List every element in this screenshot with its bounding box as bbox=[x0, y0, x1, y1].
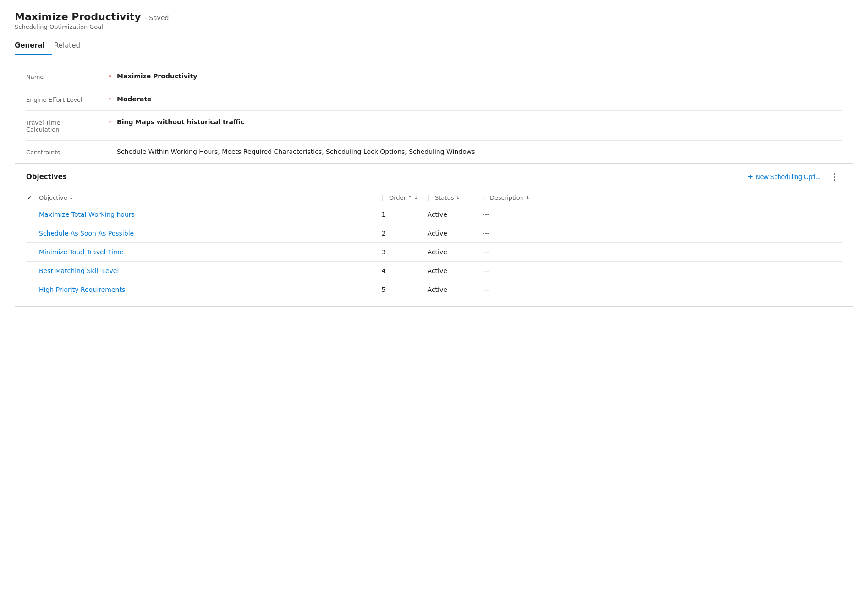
page-subtitle: Scheduling Optimization Goal bbox=[15, 23, 853, 30]
field-travel-time: Travel TimeCalculation * Bing Maps witho… bbox=[26, 111, 842, 141]
field-name-label: Name bbox=[26, 72, 109, 80]
field-name: Name * Maximize Productivity bbox=[26, 65, 842, 88]
field-constraints: Constraints Schedule Within Working Hour… bbox=[26, 141, 842, 163]
objectives-table: ✓ Objective ↓ | Order bbox=[26, 190, 842, 299]
field-constraints-label: Constraints bbox=[26, 148, 109, 156]
table-header-row: ✓ Objective ↓ | Order bbox=[26, 190, 842, 205]
desc-sort-icon: ↓ bbox=[526, 195, 530, 201]
page-saved-label: - Saved bbox=[145, 14, 169, 22]
row-description: --- bbox=[483, 262, 842, 280]
plus-icon: + bbox=[748, 172, 753, 182]
field-travel-required: * bbox=[109, 118, 117, 126]
page-header: Maximize Productivity - Saved Scheduling… bbox=[15, 11, 853, 30]
new-scheduling-opti-button[interactable]: + New Scheduling Opti... bbox=[744, 170, 824, 184]
row-objective-name[interactable]: High Priority Requirements bbox=[39, 280, 382, 299]
row-order: 1 bbox=[382, 205, 428, 224]
col-header-status[interactable]: | Status ↓ bbox=[428, 190, 483, 205]
new-button-label: New Scheduling Opti... bbox=[756, 173, 821, 181]
row-check-cell bbox=[26, 243, 39, 262]
objectives-actions: + New Scheduling Opti... ⋮ bbox=[744, 170, 842, 184]
row-status: Active bbox=[428, 224, 483, 243]
objectives-title: Objectives bbox=[26, 173, 67, 181]
tab-related[interactable]: Related bbox=[52, 38, 88, 55]
col-header-order[interactable]: | Order ↑ ↓ bbox=[382, 190, 428, 205]
page-title: Maximize Productivity bbox=[15, 11, 141, 22]
table-row: Minimize Total Travel Time 3 Active --- bbox=[26, 243, 842, 262]
row-check-cell bbox=[26, 224, 39, 243]
col-header-description[interactable]: | Description ↓ bbox=[483, 190, 842, 205]
field-engine-label: Engine Effort Level bbox=[26, 95, 109, 103]
table-row: Schedule As Soon As Possible 2 Active --… bbox=[26, 224, 842, 243]
field-constraints-required-placeholder bbox=[109, 148, 117, 149]
col-status-pipe: | bbox=[428, 194, 429, 201]
more-options-button[interactable]: ⋮ bbox=[826, 170, 842, 184]
row-check-cell bbox=[26, 205, 39, 224]
row-objective-name[interactable]: Schedule As Soon As Possible bbox=[39, 224, 382, 243]
header-checkmark: ✓ bbox=[27, 194, 33, 201]
field-engine-value: Moderate bbox=[117, 95, 842, 103]
objectives-table-container: ✓ Objective ↓ | Order bbox=[15, 190, 853, 306]
col-desc-label: Description bbox=[490, 194, 524, 201]
field-travel-label: Travel TimeCalculation bbox=[26, 118, 109, 133]
row-description: --- bbox=[483, 280, 842, 299]
row-check-cell bbox=[26, 280, 39, 299]
objective-sort-icon: ↓ bbox=[69, 195, 73, 201]
col-header-check: ✓ bbox=[26, 190, 39, 205]
field-engine-required: * bbox=[109, 95, 117, 103]
row-order: 4 bbox=[382, 262, 428, 280]
status-sort-icon: ↓ bbox=[456, 195, 460, 201]
row-objective-name[interactable]: Maximize Total Working hours bbox=[39, 205, 382, 224]
table-row: Best Matching Skill Level 4 Active --- bbox=[26, 262, 842, 280]
col-status-label: Status bbox=[435, 194, 454, 201]
row-status: Active bbox=[428, 262, 483, 280]
objectives-header: Objectives + New Scheduling Opti... ⋮ bbox=[15, 164, 853, 190]
col-order-pipe: | bbox=[382, 194, 384, 201]
field-constraints-value: Schedule Within Working Hours, Meets Req… bbox=[117, 148, 842, 155]
row-description: --- bbox=[483, 224, 842, 243]
objectives-section: Objectives + New Scheduling Opti... ⋮ ✓ bbox=[15, 163, 853, 306]
row-status: Active bbox=[428, 205, 483, 224]
field-name-required: * bbox=[109, 72, 117, 80]
row-status: Active bbox=[428, 280, 483, 299]
col-objective-label: Objective bbox=[39, 194, 67, 201]
main-card: Name * Maximize Productivity Engine Effo… bbox=[15, 65, 853, 307]
row-objective-name[interactable]: Best Matching Skill Level bbox=[39, 262, 382, 280]
row-description: --- bbox=[483, 243, 842, 262]
row-order: 3 bbox=[382, 243, 428, 262]
tab-bar: General Related bbox=[15, 38, 853, 55]
fields-section: Name * Maximize Productivity Engine Effo… bbox=[15, 65, 853, 163]
col-desc-pipe: | bbox=[483, 194, 484, 201]
col-order-label: Order bbox=[389, 194, 406, 201]
table-row: High Priority Requirements 5 Active --- bbox=[26, 280, 842, 299]
row-check-cell bbox=[26, 262, 39, 280]
table-row: Maximize Total Working hours 1 Active --… bbox=[26, 205, 842, 224]
order-sort-up-icon: ↑ bbox=[408, 195, 412, 201]
row-description: --- bbox=[483, 205, 842, 224]
row-objective-name[interactable]: Minimize Total Travel Time bbox=[39, 243, 382, 262]
row-status: Active bbox=[428, 243, 483, 262]
row-order: 5 bbox=[382, 280, 428, 299]
row-order: 2 bbox=[382, 224, 428, 243]
col-header-objective[interactable]: Objective ↓ bbox=[39, 190, 382, 205]
tab-general[interactable]: General bbox=[15, 38, 52, 55]
order-sort-down-icon: ↓ bbox=[414, 195, 418, 201]
field-engine-effort: Engine Effort Level * Moderate bbox=[26, 88, 842, 111]
field-travel-value: Bing Maps without historical traffic bbox=[117, 118, 842, 126]
field-name-value: Maximize Productivity bbox=[117, 72, 842, 80]
